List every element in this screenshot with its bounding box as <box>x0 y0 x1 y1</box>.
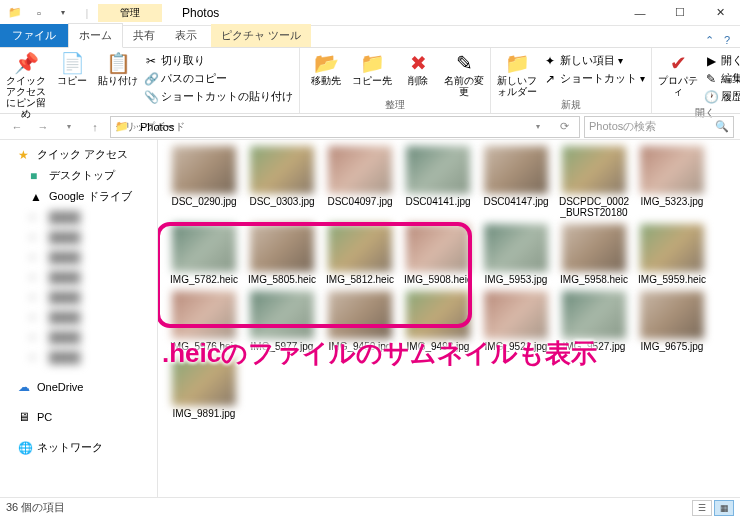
ribbon-collapse-icon[interactable]: ⌃ <box>705 34 714 47</box>
breadcrumb-segment[interactable]: Photos <box>140 121 174 133</box>
qat-divider: | <box>76 3 98 23</box>
file-thumbnail <box>172 224 236 272</box>
file-item[interactable]: IMG_9675.jpg <box>636 291 708 352</box>
nav-back-button[interactable]: ← <box>6 116 28 138</box>
nav-onedrive[interactable]: ☁OneDrive <box>0 377 157 397</box>
pin-quick-access-button[interactable]: 📌クイック アクセスにピン留め <box>4 50 48 119</box>
nav-pinned-item[interactable]: ▪████ <box>0 227 157 247</box>
file-thumbnail <box>328 224 392 272</box>
address-bar: ← → ▾ ↑ 📁 › Photos ▾ ⟳ Photosの検索 🔍 <box>0 114 740 140</box>
file-name: IMG_5805.heic <box>248 274 316 285</box>
file-thumbnail <box>172 358 236 406</box>
edit-button[interactable]: ✎編集 <box>702 70 740 87</box>
file-item[interactable]: IMG_9493.jpg <box>402 291 474 352</box>
history-button[interactable]: 🕐履歴 <box>702 88 740 105</box>
folder-icon: 📁 <box>4 3 26 23</box>
nav-network[interactable]: 🌐ネットワーク <box>0 437 157 458</box>
tab-view[interactable]: 表示 <box>165 24 207 47</box>
view-thumbnails-button[interactable]: ▦ <box>714 500 734 516</box>
view-details-button[interactable]: ☰ <box>692 500 712 516</box>
cut-button[interactable]: ✂切り取り <box>142 52 295 69</box>
new-item-button[interactable]: ✦新しい項目 ▾ <box>541 52 647 69</box>
address-history-dropdown[interactable]: ▾ <box>527 116 549 138</box>
shortcut-button[interactable]: ↗ショートカット ▾ <box>541 70 647 87</box>
search-box[interactable]: Photosの検索 🔍 <box>584 116 734 138</box>
file-thumbnail <box>172 146 236 194</box>
context-tab-group-label: 管理 <box>98 4 162 22</box>
nav-google-drive[interactable]: ▲Google ドライブ <box>0 186 157 207</box>
tab-home[interactable]: ホーム <box>68 23 123 48</box>
refresh-button[interactable]: ⟳ <box>553 116 575 138</box>
nav-quick-access[interactable]: ★クイック アクセス <box>0 144 157 165</box>
file-item[interactable]: IMG_5782.heic <box>168 224 240 285</box>
nav-forward-button[interactable]: → <box>32 116 54 138</box>
ribbon-tabs: ファイル ホーム 共有 表示 ピクチャ ツール ⌃ ? <box>0 26 740 48</box>
nav-history-dropdown[interactable]: ▾ <box>58 116 80 138</box>
file-item[interactable]: DSC04147.jpg <box>480 146 552 218</box>
file-item[interactable]: IMG_9450.jpg <box>324 291 396 352</box>
copy-to-button[interactable]: 📁コピー先 <box>350 50 394 86</box>
nav-pc[interactable]: 🖥PC <box>0 407 157 427</box>
close-button[interactable]: ✕ <box>700 0 740 26</box>
file-name: IMG_5323.jpg <box>641 196 704 207</box>
tab-picture-tools[interactable]: ピクチャ ツール <box>211 24 311 47</box>
quick-access-toolbar: 📁 ▫ ▾ | <box>0 3 98 23</box>
window-title: Photos <box>182 6 219 20</box>
file-item[interactable]: IMG_9527.jpg <box>558 291 630 352</box>
open-button[interactable]: ▶開く ▾ <box>702 52 740 69</box>
file-item[interactable]: IMG_5323.jpg <box>636 146 708 218</box>
group-label-organize: 整理 <box>304 97 486 114</box>
tab-share[interactable]: 共有 <box>123 24 165 47</box>
delete-button[interactable]: ✖削除 <box>396 50 440 86</box>
file-item[interactable]: DSC_0303.jpg <box>246 146 318 218</box>
help-icon[interactable]: ? <box>724 34 730 47</box>
nav-pinned-item[interactable]: ▪████ <box>0 347 157 367</box>
nav-pinned-item[interactable]: ▪████ <box>0 247 157 267</box>
file-item[interactable]: DSCPDC_0002_BURST20180722123632349_COVER… <box>558 146 630 218</box>
tab-file[interactable]: ファイル <box>0 24 68 47</box>
file-name: IMG_9527.jpg <box>563 341 626 352</box>
nav-up-button[interactable]: ↑ <box>84 116 106 138</box>
file-item[interactable]: IMG_5977.jpg <box>246 291 318 352</box>
file-name: DSC_0290.jpg <box>171 196 236 207</box>
address-box[interactable]: 📁 › Photos ▾ ⟳ <box>110 116 580 138</box>
paste-shortcut-button[interactable]: 📎ショートカットの貼り付け <box>142 88 295 105</box>
file-item[interactable]: IMG_9891.jpg <box>168 358 240 419</box>
nav-pinned-item[interactable]: ▪████ <box>0 327 157 347</box>
file-list[interactable]: DSC_0290.jpgDSC_0303.jpgDSC04097.jpgDSC0… <box>158 140 740 497</box>
copy-path-button[interactable]: 🔗パスのコピー <box>142 70 295 87</box>
file-item[interactable]: DSC04097.jpg <box>324 146 396 218</box>
move-to-button[interactable]: 📂移動先 <box>304 50 348 86</box>
nav-pinned-item[interactable]: ▪████ <box>0 287 157 307</box>
nav-pinned-item[interactable]: ▪████ <box>0 307 157 327</box>
file-item[interactable]: IMG_5959.heic <box>636 224 708 285</box>
rename-button[interactable]: ✎名前の変更 <box>442 50 486 97</box>
properties-button[interactable]: ✔プロパティ <box>656 50 700 97</box>
copy-button[interactable]: 📄コピー <box>50 50 94 86</box>
file-item[interactable]: IMG_5958.heic <box>558 224 630 285</box>
file-item[interactable]: DSC_0290.jpg <box>168 146 240 218</box>
file-thumbnail <box>328 146 392 194</box>
paste-button[interactable]: 📋貼り付け <box>96 50 140 86</box>
nav-pinned-item[interactable]: ▪████ <box>0 267 157 287</box>
nav-desktop[interactable]: ■デスクトップ <box>0 165 157 186</box>
maximize-button[interactable]: ☐ <box>660 0 700 26</box>
file-item[interactable]: DSC04141.jpg <box>402 146 474 218</box>
file-item[interactable]: IMG_9521.jpg <box>480 291 552 352</box>
qat-item[interactable]: ▫ <box>28 3 50 23</box>
new-folder-button[interactable]: 📁新しいフォルダー <box>495 50 539 97</box>
file-thumbnail <box>640 291 704 339</box>
file-thumbnail <box>484 291 548 339</box>
file-item[interactable]: IMG_5908.heic <box>402 224 474 285</box>
nav-pinned-item[interactable]: ▪████ <box>0 207 157 227</box>
file-item[interactable]: IMG_5953.jpg <box>480 224 552 285</box>
file-thumbnail <box>172 291 236 339</box>
minimize-button[interactable]: — <box>620 0 660 26</box>
file-item[interactable]: IMG_5976.heic <box>168 291 240 352</box>
file-item[interactable]: IMG_5805.heic <box>246 224 318 285</box>
file-name: DSC04147.jpg <box>483 196 548 207</box>
file-item[interactable]: IMG_5812.heic <box>324 224 396 285</box>
file-name: IMG_9891.jpg <box>173 408 236 419</box>
folder-icon: 📁 <box>115 120 129 133</box>
qat-dropdown[interactable]: ▾ <box>52 3 74 23</box>
